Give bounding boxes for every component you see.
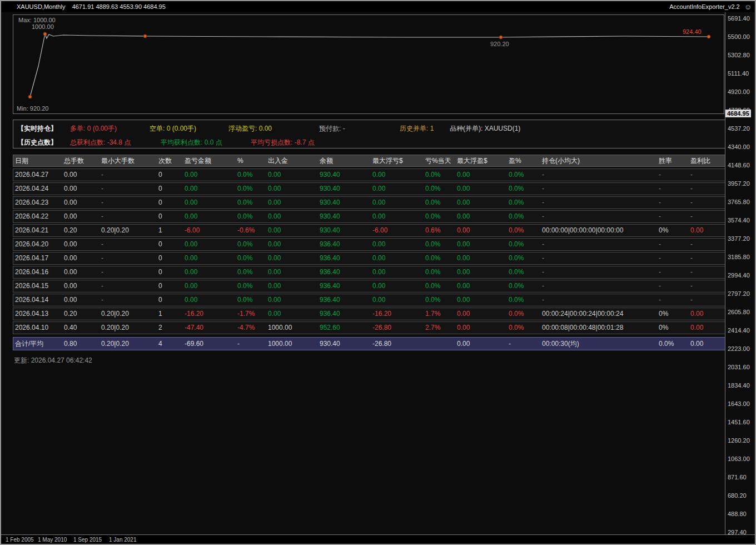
price-tick-label: 3957.20 [728, 180, 750, 187]
price-tick-label: 2223.00 [728, 345, 750, 352]
table-cell: 936.40 [318, 294, 371, 306]
updated-timestamp: 更新: 2026.04.27 06:42:42 [14, 356, 92, 365]
short-positions-value: 空单: 0 (0.00手) [150, 124, 196, 133]
table-cell: 0.0% [507, 280, 540, 292]
time-axis[interactable]: 1 Feb 20051 May 20101 Sep 20151 Jan 2021 [1, 534, 755, 544]
table-header-cell: 余额 [318, 155, 371, 166]
table-row: 2026.04.140.00-00.000.0%0.00936.400.000.… [13, 294, 725, 306]
table-cell: -6.00 [183, 225, 236, 236]
table-cell: 0.0% [507, 183, 540, 195]
table-cell: - [689, 239, 724, 250]
price-tick-label: 1260.20 [728, 437, 750, 444]
table-cell: 2026.04.20 [13, 239, 62, 250]
table-cell: 0.0% [507, 239, 540, 250]
table-cell: 0.00 [183, 266, 236, 278]
table-header-cell: 最大浮盈$ [455, 155, 507, 166]
table-cell: 0.00 [689, 225, 724, 236]
table-cell: 936.40 [318, 266, 371, 278]
table-cell: 0.20 [62, 225, 100, 236]
table-cell: 0.00 [455, 252, 507, 264]
price-tick-label: 3377.20 [728, 235, 750, 242]
balance-point-label: 920.20 [490, 41, 509, 47]
table-cell: 0 [157, 169, 183, 181]
table-cell: 0.0% [507, 252, 540, 264]
table-cell: 0% [657, 322, 689, 334]
table-cell: 0.00 [183, 252, 236, 264]
table-row: 2026.04.200.00-00.000.0%0.00936.400.000.… [13, 238, 725, 251]
realtime-positions-title: 【实时持仓】 [17, 124, 57, 133]
total-profit-points: 总获利点数: -34.8 点 [70, 138, 131, 147]
table-cell: -47.40 [183, 322, 236, 334]
balance-curve-chart[interactable]: Max: 1000.00 1000.00 Min: 920.20 920.20 … [13, 14, 724, 114]
table-rows: 2026.04.270.00-00.000.0%0.00930.400.000.… [13, 169, 725, 335]
table-cell: 0.0% [424, 169, 455, 181]
price-tick-label: 3185.80 [728, 254, 750, 260]
price-tick-label: 1834.40 [728, 382, 750, 389]
table-row: 2026.04.230.00-00.000.0%0.00930.400.000.… [13, 196, 725, 209]
table-cell: - [100, 252, 157, 264]
mt4-chart-window: XAUUSD,Monthly 4671.91 4889.63 4553.90 4… [0, 0, 756, 545]
balance-line [30, 34, 709, 97]
table-header-cell: 日期 [13, 155, 62, 166]
table-cell: 0.00 [455, 322, 507, 334]
table-header-cell: % [236, 155, 266, 166]
summary-cell: - [507, 338, 540, 350]
table-cell: 0.00 [455, 197, 507, 209]
table-header-cell: 总手数 [62, 155, 100, 166]
table-cell: - [540, 197, 657, 209]
table-cell: 0.00 [62, 266, 100, 278]
table-cell: - [689, 280, 724, 292]
table-cell: 2026.04.10 [13, 322, 62, 334]
table-header-cell: 盈亏金额 [183, 155, 236, 166]
table-cell: 0.0% [424, 183, 455, 195]
table-cell: 0.00 [266, 183, 318, 195]
table-cell: - [657, 266, 689, 278]
price-axis[interactable]: 4684.95 5691.405500.005302.805111.404920… [725, 12, 755, 534]
table-cell: - [657, 294, 689, 306]
table-cell: 0.20 [62, 308, 100, 320]
table-row: 2026.04.170.00-00.000.0%0.00936.400.000.… [13, 252, 725, 265]
price-tick-label: 2031.60 [728, 364, 750, 370]
price-tick-label: 3574.40 [728, 217, 750, 224]
summary-cell: 0.0% [657, 338, 689, 350]
table-cell: 2026.04.14 [13, 294, 62, 306]
table-header-cell: 持仓(小均大) [540, 155, 657, 166]
table-cell: 0.00 [266, 197, 318, 209]
summary-cell: 930.40 [318, 338, 371, 350]
price-tick-label: 1643.00 [728, 400, 750, 407]
table-cell: 0.0% [507, 308, 540, 320]
table-cell: 0.0% [236, 197, 266, 209]
table-cell: 0.0% [424, 294, 455, 306]
table-cell: 0 [157, 183, 183, 195]
table-cell: - [540, 252, 657, 264]
summary-cell: -69.60 [183, 338, 236, 350]
price-tick-label: 5302.80 [728, 52, 750, 58]
table-cell: 0.00 [266, 239, 318, 250]
table-cell: 0.00 [183, 169, 236, 181]
summary-cell [424, 338, 455, 350]
table-cell: - [689, 169, 724, 181]
table-cell: 0% [657, 225, 689, 236]
price-tick-label: 488.80 [728, 511, 747, 517]
table-cell: 0.0% [424, 266, 455, 278]
summary-cell: 1000.00 [266, 338, 318, 350]
table-header-cell: 胜率 [657, 155, 689, 166]
table-cell: 0 [157, 197, 183, 209]
balance-curve-svg [13, 15, 724, 113]
table-cell: 0.0% [236, 280, 266, 292]
avg-loss-points: 平均亏损点数: -8.7 点 [251, 138, 315, 147]
table-cell: - [100, 169, 157, 181]
table-cell: 936.40 [318, 252, 371, 264]
avg-profit-points: 平均获利点数: 0.0 点 [161, 138, 222, 147]
table-cell: 0.00 [266, 280, 318, 292]
table-cell: 1000.00 [266, 322, 318, 334]
table-row: 2026.04.130.200.20|0.201-16.20-1.7%0.009… [13, 308, 725, 320]
ea-smiley-icon[interactable]: ☺ [744, 3, 752, 11]
price-tick-label: 4920.00 [728, 88, 750, 95]
table-cell: 0.00 [371, 211, 424, 222]
table-cell: 952.60 [318, 322, 371, 334]
table-cell: 0.0% [236, 294, 266, 306]
table-cell: 2026.04.22 [13, 211, 62, 222]
table-cell: 0.00 [455, 211, 507, 222]
table-cell: 0.00 [689, 308, 724, 320]
